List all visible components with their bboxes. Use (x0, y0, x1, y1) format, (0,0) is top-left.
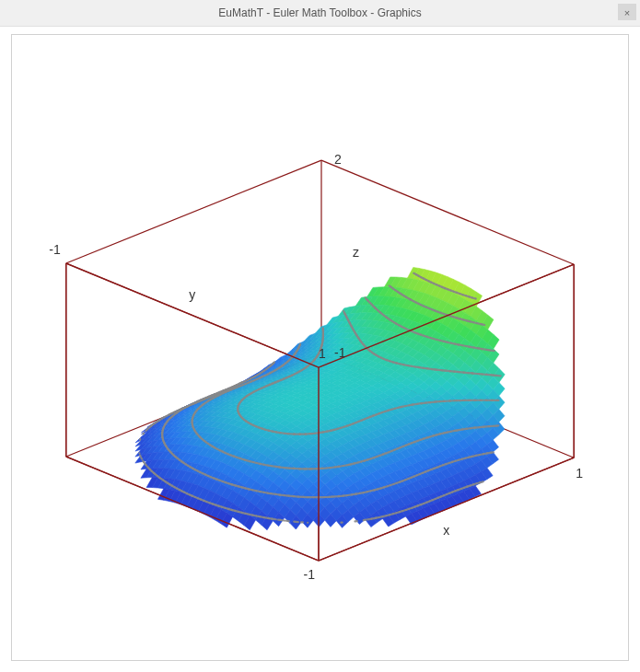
svg-line-349 (262, 371, 264, 372)
svg-line-756 (363, 344, 364, 345)
svg-line-603 (241, 400, 242, 401)
window-title: EuMathT - Euler Math Toolbox - Graphics (218, 6, 421, 19)
svg-line-902 (397, 292, 398, 293)
svg-line-2 (66, 160, 321, 263)
svg-line-855 (375, 307, 376, 308)
svg-line-51 (159, 478, 160, 479)
svg-line-67 (272, 519, 275, 520)
svg-text:-1: -1 (49, 242, 61, 257)
svg-line-74 (141, 458, 142, 459)
surface-plot: y-11x-11z-12 (12, 35, 628, 661)
titlebar: EuMathT - Euler Math Toolbox - Graphics … (0, 0, 640, 27)
svg-line-398 (199, 436, 200, 437)
svg-line-869 (490, 350, 494, 351)
svg-line-839 (386, 317, 387, 318)
svg-line-809 (344, 313, 345, 314)
svg-line-743 (372, 353, 374, 353)
svg-line-909 (482, 324, 484, 325)
svg-line-71 (280, 520, 285, 521)
svg-line-84 (146, 430, 147, 431)
svg-line-27 (190, 494, 192, 495)
svg-line-59 (154, 473, 155, 474)
svg-line-227 (164, 441, 165, 443)
svg-line-830 (394, 322, 396, 323)
svg-text:1: 1 (319, 346, 326, 361)
svg-text:-1: -1 (304, 567, 316, 582)
svg-line-42 (168, 483, 169, 484)
svg-line-862 (370, 303, 372, 305)
svg-line-65 (148, 468, 149, 469)
svg-line-409 (194, 429, 195, 430)
svg-text:x: x (443, 523, 449, 538)
svg-text:2: 2 (334, 152, 342, 167)
close-button[interactable]: × (618, 4, 636, 20)
svg-line-72 (143, 461, 144, 462)
svg-line-937 (66, 263, 319, 367)
svg-line-210 (170, 452, 171, 453)
svg-line-545 (297, 351, 297, 352)
svg-line-891 (409, 298, 411, 299)
svg-line-69 (145, 465, 146, 466)
svg-line-165 (480, 481, 483, 482)
plot-frame: y-11x-11z-12 (11, 34, 629, 661)
graphics-area[interactable]: y-11x-11z-12 (0, 27, 640, 672)
svg-text:1: 1 (576, 466, 583, 481)
svg-line-382 (213, 446, 214, 447)
svg-text:z: z (353, 245, 359, 260)
svg-line-451 (202, 404, 203, 405)
svg-line-789 (350, 324, 351, 326)
svg-line-799 (347, 319, 348, 319)
app-window: EuMathT - Euler Math Toolbox - Graphics … (0, 0, 640, 672)
svg-line-527 (287, 361, 288, 362)
svg-line-7 (321, 160, 574, 264)
svg-line-908 (390, 285, 391, 286)
svg-line-867 (367, 299, 367, 300)
svg-line-773 (355, 333, 356, 334)
svg-line-204 (174, 456, 176, 458)
svg-text:y: y (189, 287, 195, 302)
svg-line-364 (273, 362, 274, 363)
svg-line-82 (143, 434, 144, 434)
svg-line-519 (282, 365, 283, 366)
svg-line-570 (244, 420, 246, 422)
svg-text:-1: -1 (334, 345, 346, 360)
svg-line-768 (358, 337, 359, 338)
